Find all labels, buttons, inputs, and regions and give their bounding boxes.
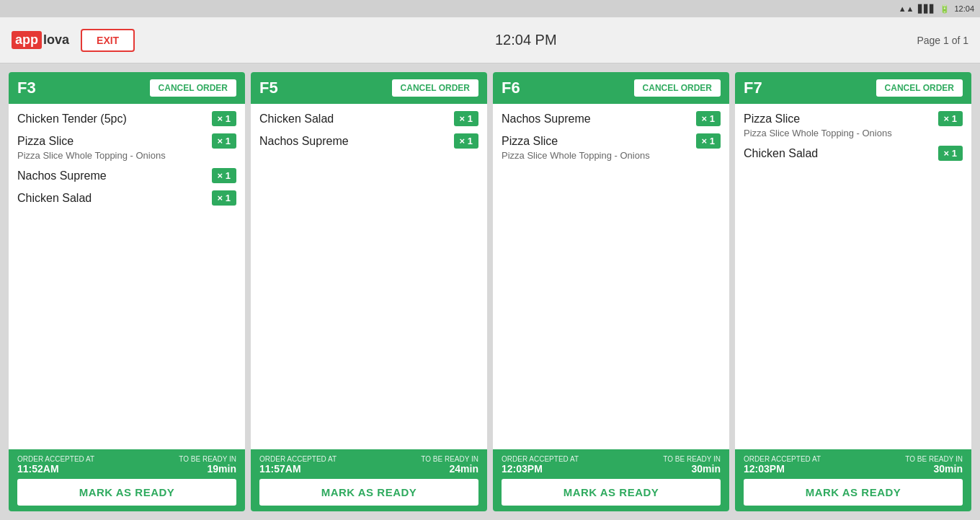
card-header-f3: F3CANCEL ORDER <box>9 72 245 104</box>
item-name: Pizza Slice <box>502 135 558 148</box>
list-item: Chicken Tender (5pc)× 1 <box>17 111 236 126</box>
item-note: Pizza Slice Whole Topping - Onions <box>744 128 963 138</box>
ready-time-info: TO BE READY IN30min <box>663 455 721 475</box>
order-card-f6: F6CANCEL ORDERNachos Supreme× 1Pizza Sli… <box>493 72 729 511</box>
list-item: Nachos Supreme× 1 <box>17 168 236 183</box>
logo-app-text: app <box>12 31 42 49</box>
signal-icon: ▋▋▋ <box>918 4 935 14</box>
card-header-f7: F7CANCEL ORDER <box>735 72 971 104</box>
order-accepted-info: ORDER ACCEPTED AT11:52AM <box>17 455 94 475</box>
table-number-f6: F6 <box>502 79 520 97</box>
battery-icon: 🔋 <box>940 4 950 14</box>
item-quantity: × 1 <box>696 111 721 126</box>
order-card-f7: F7CANCEL ORDERPizza Slice× 1Pizza Slice … <box>735 72 971 511</box>
logo-lova-text: lova <box>43 32 69 48</box>
item-row: Pizza Slice× 1 <box>502 133 721 149</box>
wifi-icon: ▲▲ <box>899 4 914 13</box>
list-item: Pizza Slice× 1Pizza Slice Whole Topping … <box>502 133 721 161</box>
card-body-f7: Pizza Slice× 1Pizza Slice Whole Topping … <box>735 104 971 449</box>
ready-time-info: TO BE READY IN19min <box>179 455 236 475</box>
mark-ready-button-f7[interactable]: MARK AS READY <box>744 479 963 506</box>
item-row: Chicken Salad× 1 <box>17 190 236 206</box>
item-name: Nachos Supreme <box>259 135 349 148</box>
cancel-order-button-f7[interactable]: CANCEL ORDER <box>876 79 963 97</box>
order-card-f3: F3CANCEL ORDERChicken Tender (5pc)× 1Piz… <box>9 72 245 511</box>
item-name: Pizza Slice <box>17 135 74 148</box>
card-header-f6: F6CANCEL ORDER <box>493 72 729 104</box>
list-item: Chicken Salad× 1 <box>17 190 236 206</box>
item-quantity: × 1 <box>454 133 478 149</box>
footer-info: ORDER ACCEPTED AT11:57AMTO BE READY IN24… <box>259 455 478 475</box>
item-row: Nachos Supreme× 1 <box>17 168 236 183</box>
item-quantity: × 1 <box>212 133 236 149</box>
item-row: Nachos Supreme× 1 <box>259 133 478 149</box>
item-row: Chicken Salad× 1 <box>744 146 963 161</box>
card-footer-f3: ORDER ACCEPTED AT11:52AMTO BE READY IN19… <box>9 449 245 511</box>
item-note: Pizza Slice Whole Topping - Onions <box>17 150 236 161</box>
cancel-order-button-f6[interactable]: CANCEL ORDER <box>634 79 721 97</box>
mark-ready-button-f5[interactable]: MARK AS READY <box>259 479 478 506</box>
list-item: Chicken Salad× 1 <box>744 146 963 161</box>
item-quantity: × 1 <box>454 111 478 126</box>
app-logo: app lova <box>12 31 69 49</box>
item-name: Chicken Salad <box>17 192 92 205</box>
footer-info: ORDER ACCEPTED AT12:03PMTO BE READY IN30… <box>744 455 963 475</box>
card-body-f6: Nachos Supreme× 1Pizza Slice× 1Pizza Sli… <box>493 104 729 449</box>
list-item: Nachos Supreme× 1 <box>502 111 721 126</box>
list-item: Nachos Supreme× 1 <box>259 133 478 149</box>
page-info: Page 1 of 1 <box>917 35 968 46</box>
card-body-f5: Chicken Salad× 1Nachos Supreme× 1 <box>251 104 487 449</box>
item-quantity: × 1 <box>938 146 963 161</box>
status-time: 12:04 <box>954 4 974 13</box>
item-name: Chicken Tender (5pc) <box>17 113 127 125</box>
list-item: Pizza Slice× 1Pizza Slice Whole Topping … <box>744 111 963 138</box>
card-body-f3: Chicken Tender (5pc)× 1Pizza Slice× 1Piz… <box>9 104 245 449</box>
card-footer-f6: ORDER ACCEPTED AT12:03PMTO BE READY IN30… <box>493 449 729 511</box>
item-name: Pizza Slice <box>744 113 800 125</box>
footer-info: ORDER ACCEPTED AT11:52AMTO BE READY IN19… <box>17 455 236 475</box>
table-number-f3: F3 <box>17 79 36 97</box>
item-name: Nachos Supreme <box>17 169 107 182</box>
card-footer-f7: ORDER ACCEPTED AT12:03PMTO BE READY IN30… <box>735 449 971 511</box>
order-card-f5: F5CANCEL ORDERChicken Salad× 1Nachos Sup… <box>251 72 487 511</box>
mark-ready-button-f6[interactable]: MARK AS READY <box>502 479 721 506</box>
item-row: Chicken Tender (5pc)× 1 <box>17 111 236 126</box>
order-accepted-info: ORDER ACCEPTED AT12:03PM <box>502 455 579 475</box>
card-footer-f5: ORDER ACCEPTED AT11:57AMTO BE READY IN24… <box>251 449 487 511</box>
order-accepted-info: ORDER ACCEPTED AT11:57AM <box>259 455 337 475</box>
footer-info: ORDER ACCEPTED AT12:03PMTO BE READY IN30… <box>502 455 721 475</box>
card-header-f5: F5CANCEL ORDER <box>251 72 487 104</box>
item-row: Chicken Salad× 1 <box>259 111 478 126</box>
cancel-order-button-f3[interactable]: CANCEL ORDER <box>150 79 236 97</box>
item-quantity: × 1 <box>212 190 236 206</box>
exit-button[interactable]: EXIT <box>81 29 135 52</box>
item-row: Pizza Slice× 1 <box>17 133 236 149</box>
cancel-order-button-f5[interactable]: CANCEL ORDER <box>392 79 478 97</box>
item-quantity: × 1 <box>938 111 963 126</box>
item-quantity: × 1 <box>696 133 721 149</box>
table-number-f5: F5 <box>259 79 278 97</box>
list-item: Pizza Slice× 1Pizza Slice Whole Topping … <box>17 133 236 161</box>
item-row: Nachos Supreme× 1 <box>502 111 721 126</box>
header-time: 12:04 PM <box>135 32 917 48</box>
order-accepted-info: ORDER ACCEPTED AT12:03PM <box>744 455 821 475</box>
ready-time-info: TO BE READY IN30min <box>905 455 963 475</box>
orders-container: F3CANCEL ORDERChicken Tender (5pc)× 1Piz… <box>0 63 980 520</box>
list-item: Chicken Salad× 1 <box>259 111 478 126</box>
item-quantity: × 1 <box>212 168 236 183</box>
item-name: Chicken Salad <box>259 113 334 125</box>
status-bar: ▲▲ ▋▋▋ 🔋 12:04 <box>0 0 980 17</box>
ready-time-info: TO BE READY IN24min <box>421 455 478 475</box>
app-header: app lova EXIT 12:04 PM Page 1 of 1 <box>0 17 980 63</box>
mark-ready-button-f3[interactable]: MARK AS READY <box>17 479 236 506</box>
item-quantity: × 1 <box>212 111 236 126</box>
item-row: Pizza Slice× 1 <box>744 111 963 126</box>
item-name: Chicken Salad <box>744 147 818 160</box>
item-name: Nachos Supreme <box>502 113 591 125</box>
table-number-f7: F7 <box>744 79 762 97</box>
item-note: Pizza Slice Whole Topping - Onions <box>502 150 721 161</box>
